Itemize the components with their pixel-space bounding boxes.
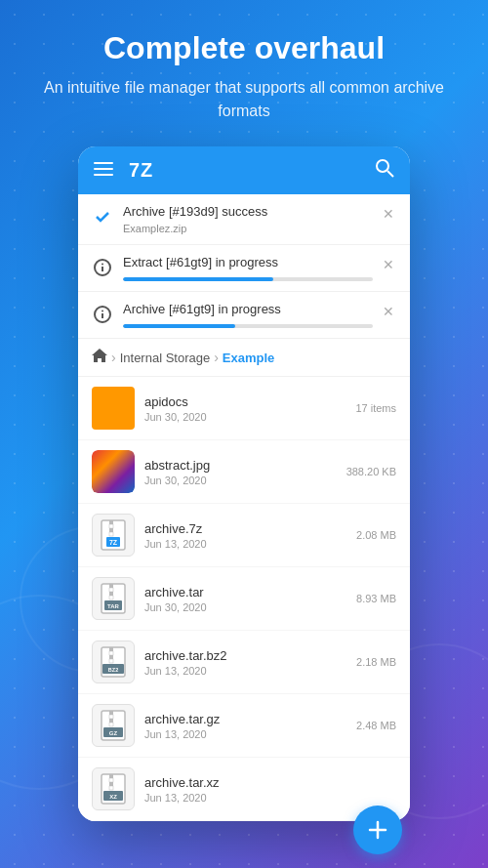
notif-title-success: Archive [#193d9] success — [123, 204, 373, 221]
file-name-apidocs: apidocs — [144, 394, 347, 409]
svg-rect-29 — [109, 659, 113, 663]
breadcrumb-separator-1: › — [111, 350, 116, 365]
file-name-abstract: abstract.jpg — [144, 458, 339, 473]
progress-bar-extract — [123, 277, 373, 281]
breadcrumb-separator-2: › — [214, 350, 219, 365]
svg-rect-40 — [109, 774, 113, 778]
notification-success: Archive [#193d9] success Examplez.zip ✕ — [78, 194, 410, 245]
hero-subtitle: An intuitive file manager that supports … — [0, 76, 488, 123]
file-name-archive-tarbz2: archive.tar.bz2 — [144, 648, 348, 663]
svg-point-10 — [102, 310, 103, 312]
svg-rect-19 — [109, 584, 113, 588]
menu-icon[interactable] — [94, 160, 113, 181]
archive-icon-targz: GZ — [92, 704, 135, 747]
file-name-archive-tar: archive.tar — [144, 585, 348, 599]
close-notification-archive[interactable]: ✕ — [381, 302, 396, 321]
app-bar: 7Z — [78, 146, 410, 194]
file-date-archive-tarbz2: Jun 13, 2020 — [144, 665, 348, 677]
file-date-archive-tar: Jun 30, 2020 — [144, 601, 348, 613]
notif-title-extract: Extract [#61gt9] in progress — [123, 255, 373, 271]
file-size-archive-targz: 2.48 MB — [356, 720, 396, 731]
file-date-archive-targz: Jun 13, 2020 — [144, 728, 348, 740]
svg-rect-2 — [94, 174, 113, 176]
breadcrumb-internal-storage[interactable]: Internal Storage — [120, 351, 211, 365]
phone-card: 7Z Archive [#193d9] success Examplez.zip… — [78, 146, 410, 821]
svg-rect-22 — [109, 596, 113, 599]
file-info-archive-targz: archive.tar.gz Jun 13, 2020 — [144, 712, 348, 740]
close-notification-extract[interactable]: ✕ — [381, 255, 396, 274]
svg-rect-35 — [109, 719, 113, 723]
file-date-abstract: Jun 30, 2020 — [144, 475, 339, 486]
svg-rect-15 — [109, 532, 113, 536]
file-item-archive-targz[interactable]: GZ archive.tar.gz Jun 13, 2020 2.48 MB — [78, 694, 410, 758]
search-icon[interactable] — [375, 158, 394, 183]
progress-bar-archive — [123, 324, 373, 328]
file-info-apidocs: apidocs Jun 30, 2020 — [144, 394, 347, 423]
svg-rect-1 — [94, 168, 113, 170]
fab-add-button[interactable] — [353, 806, 402, 854]
file-size-archive-tar: 8.93 MB — [356, 593, 396, 604]
image-icon-abstract — [92, 450, 135, 493]
file-info-archive-tar: archive.tar Jun 30, 2020 — [144, 585, 348, 613]
abstract-thumbnail — [92, 450, 135, 493]
notification-content-extract: Extract [#61gt9] in progress — [123, 255, 373, 281]
svg-text:7Z: 7Z — [109, 539, 118, 546]
svg-rect-14 — [109, 528, 113, 532]
svg-rect-26 — [109, 647, 113, 651]
close-notification-success[interactable]: ✕ — [381, 204, 396, 224]
file-info-archive-tarxz: archive.tar.xz Jun 13, 2020 — [144, 775, 388, 804]
archive-icon-7z: 7Z — [92, 514, 135, 557]
file-name-archive-7z: archive.7z — [144, 521, 348, 536]
svg-point-3 — [377, 160, 388, 172]
folder-icon-apidocs — [92, 387, 135, 430]
file-size-abstract: 388.20 KB — [346, 466, 396, 477]
check-icon — [92, 206, 113, 227]
svg-line-4 — [387, 171, 393, 177]
svg-text:XZ: XZ — [109, 794, 117, 800]
file-item-abstract[interactable]: abstract.jpg Jun 30, 2020 388.20 KB — [78, 440, 410, 504]
notif-title-archive: Archive [#61gt9] in progress — [123, 302, 373, 318]
svg-rect-27 — [109, 651, 113, 655]
app-title: 7Z — [129, 159, 375, 182]
file-date-archive-7z: Jun 13, 2020 — [144, 538, 348, 550]
file-size-archive-tarbz2: 2.18 MB — [356, 656, 396, 668]
file-item-archive-tar[interactable]: TAR archive.tar Jun 30, 2020 8.93 MB — [78, 567, 410, 631]
breadcrumb: › Internal Storage › Example — [78, 339, 410, 377]
svg-rect-12 — [109, 520, 113, 524]
notification-archive: Archive [#61gt9] in progress ✕ — [78, 292, 410, 339]
notification-content-archive: Archive [#61gt9] in progress — [123, 302, 373, 328]
file-size-archive-7z: 2.08 MB — [356, 529, 396, 541]
file-date-apidocs: Jun 30, 2020 — [144, 411, 347, 423]
archive-icon-tarxz: XZ — [92, 767, 135, 810]
notification-extract: Extract [#61gt9] in progress ✕ — [78, 245, 410, 292]
file-item-apidocs[interactable]: apidocs Jun 30, 2020 17 items — [78, 377, 410, 440]
progress-fill-extract — [123, 277, 273, 281]
file-item-archive-7z[interactable]: 7Z archive.7z Jun 13, 2020 2.08 MB — [78, 504, 410, 567]
svg-text:GZ: GZ — [109, 730, 118, 736]
svg-rect-33 — [109, 711, 113, 715]
file-size-apidocs: 17 items — [355, 402, 396, 414]
svg-rect-13 — [109, 524, 113, 528]
archive-icon-tarbz2: BZ2 — [92, 641, 135, 683]
svg-text:TAR: TAR — [107, 603, 120, 609]
notification-content-success: Archive [#193d9] success Examplez.zip — [123, 204, 373, 234]
hero-title: Complete overhaul — [103, 29, 385, 66]
breadcrumb-example[interactable]: Example — [223, 351, 274, 365]
home-icon[interactable] — [92, 349, 107, 366]
svg-rect-43 — [109, 786, 113, 790]
file-list: apidocs Jun 30, 2020 17 items abstract.j… — [78, 377, 410, 821]
svg-rect-28 — [109, 655, 113, 659]
file-name-archive-targz: archive.tar.gz — [144, 712, 348, 726]
page-wrapper: Complete overhaul An intuitive file mana… — [0, 0, 488, 821]
file-item-archive-tarbz2[interactable]: BZ2 archive.tar.bz2 Jun 13, 2020 2.18 MB — [78, 631, 410, 694]
archive-icon-tar: TAR — [92, 577, 135, 620]
file-date-archive-tarxz: Jun 13, 2020 — [144, 792, 388, 804]
file-name-archive-tarxz: archive.tar.xz — [144, 775, 388, 790]
svg-rect-0 — [94, 162, 113, 164]
svg-rect-20 — [109, 588, 113, 592]
file-info-abstract: abstract.jpg Jun 30, 2020 — [144, 458, 339, 486]
file-info-archive-tarbz2: archive.tar.bz2 Jun 13, 2020 — [144, 648, 348, 677]
info-icon-2 — [92, 304, 113, 325]
file-info-archive-7z: archive.7z Jun 13, 2020 — [144, 521, 348, 550]
svg-rect-41 — [109, 778, 113, 782]
